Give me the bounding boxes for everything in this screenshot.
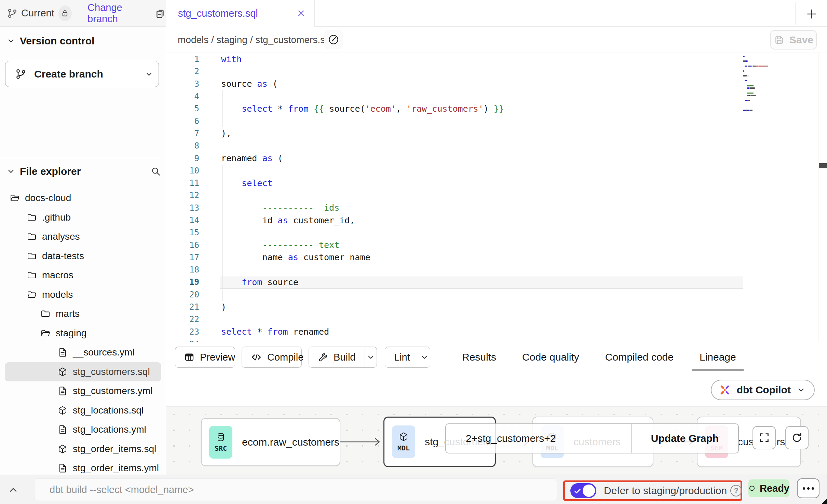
code-text: ) [221, 302, 226, 312]
tab-lineage[interactable]: Lineage [700, 351, 736, 363]
build-dropdown[interactable] [365, 347, 377, 367]
editor-line[interactable]: 11 select [166, 177, 827, 189]
file-tree-label: staging [56, 328, 86, 339]
editor-line[interactable]: 12 [166, 189, 827, 201]
file-tree-item[interactable]: stg_customers.sql [5, 362, 161, 382]
editor-line[interactable]: 9renamed as ( [166, 152, 827, 164]
tab-stg-customers[interactable]: stg_customers.sql [166, 0, 314, 27]
editor-line[interactable]: 19 from source [166, 276, 827, 288]
file-tree-item[interactable]: stg_order_items.sql [0, 439, 166, 459]
build-label: Build [334, 352, 356, 363]
file-tree-label: .github [42, 212, 71, 223]
file-tree-item[interactable]: stg_locations.yml [0, 420, 166, 439]
update-graph-button[interactable]: Update Graph [632, 433, 738, 444]
line-number: 8 [166, 141, 199, 151]
save-label: Save [789, 34, 813, 46]
file-tree-item[interactable]: .github [0, 208, 166, 227]
create-branch-main[interactable]: Create branch [5, 61, 139, 87]
editor-line[interactable]: 23select * from renamed [166, 326, 827, 338]
editor-line[interactable]: 20 [166, 289, 827, 301]
tab-compiled-code[interactable]: Compiled code [605, 351, 674, 363]
git-branch-icon [15, 68, 27, 80]
copy-icon[interactable] [154, 8, 166, 19]
file-tree-item[interactable]: stg_customers.yml [0, 381, 166, 401]
code-text: ), [221, 128, 231, 138]
lineage-selector-input[interactable]: 2+stg_customers+2 [446, 433, 631, 444]
lint-dropdown[interactable] [419, 347, 430, 367]
editor-line[interactable]: 15 [166, 226, 827, 239]
close-icon[interactable] [296, 8, 306, 18]
line-number: 17 [166, 253, 199, 262]
folder-icon [27, 212, 37, 223]
line-number: 24 [166, 339, 199, 342]
editor-minimap[interactable] [743, 55, 816, 111]
dbt-copilot-button[interactable]: dbt Copilot [711, 380, 815, 400]
table-icon [184, 352, 194, 362]
file-explorer-header[interactable]: File explorer [7, 163, 157, 180]
file-tree-item[interactable]: models [0, 285, 166, 305]
refresh-button[interactable] [785, 426, 809, 449]
line-number: 22 [166, 314, 199, 324]
editor-line[interactable]: 14 id as customer_id, [166, 214, 827, 226]
editor-line[interactable]: 1with [166, 53, 827, 65]
create-branch-dropdown[interactable] [139, 61, 159, 87]
gauge-icon[interactable] [324, 30, 343, 49]
lineage-panel[interactable]: SRC ecom.raw_customers MDL stg_customers… [166, 406, 827, 475]
editor-line[interactable]: 6 [166, 115, 827, 127]
editor-line[interactable]: 18 [166, 264, 827, 276]
status-badge[interactable]: Ready [748, 479, 789, 497]
build-main[interactable]: Build [309, 347, 365, 367]
build-button[interactable]: Build [309, 347, 377, 368]
editor-line[interactable]: 24 [166, 338, 827, 342]
file-tree-item[interactable]: __sources.yml [0, 343, 166, 362]
chevron-down-icon [7, 37, 15, 45]
command-input[interactable]: dbt build --select <model_name> [34, 478, 557, 501]
compile-button[interactable]: Compile [242, 347, 302, 368]
lint-button[interactable]: Lint [385, 347, 430, 368]
save-button[interactable]: Save [770, 30, 817, 50]
lineage-selector-bar[interactable]: 2+stg_customers+2 Update Graph [445, 423, 739, 453]
editor-scrollbar[interactable] [819, 163, 827, 168]
editor-line[interactable]: 22 [166, 313, 827, 325]
version-control-header[interactable]: Version control [7, 33, 157, 49]
file-tree-item[interactable]: analyses [0, 227, 166, 247]
editor-line[interactable]: 21) [166, 301, 827, 313]
editor-line[interactable]: 3source as ( [166, 78, 827, 90]
status-circle-icon [748, 483, 756, 493]
file-tree-item[interactable]: data-tests [0, 247, 166, 266]
file-tree-item[interactable]: stg_locations.sql [0, 401, 166, 420]
help-icon[interactable]: ? [730, 485, 742, 496]
more-options-button[interactable] [797, 478, 819, 498]
file-tree-item[interactable]: marts [0, 304, 166, 324]
preview-button[interactable]: Preview [175, 347, 235, 368]
editor-line[interactable]: 2 [166, 65, 827, 78]
file-explorer-title: File explorer [20, 166, 81, 177]
defer-toggle[interactable] [570, 483, 596, 498]
editor-line[interactable]: 8 [166, 140, 827, 152]
collapse-panel-button[interactable] [8, 484, 19, 495]
editor-line[interactable]: 13 ---------- ids [166, 202, 827, 214]
editor-line[interactable]: 17 name as customer_name [166, 251, 827, 264]
editor-line[interactable]: 4 [166, 90, 827, 102]
create-branch-button[interactable]: Create branch [5, 61, 159, 87]
tab-code-quality[interactable]: Code quality [522, 351, 579, 363]
search-icon[interactable] [150, 166, 161, 177]
line-number: 18 [166, 265, 199, 275]
file-tree-item[interactable]: docs-cloud [0, 188, 166, 208]
fullscreen-icon [758, 432, 770, 444]
fullscreen-button[interactable] [753, 426, 776, 449]
new-tab-button[interactable] [804, 6, 819, 22]
change-branch-link[interactable]: Change branch [87, 2, 146, 25]
editor-line[interactable]: 5 select * from {{ source('ecom', 'raw_c… [166, 102, 827, 115]
line-number: 15 [166, 228, 199, 237]
file-tree-item[interactable]: staging [0, 324, 166, 343]
editor-line[interactable]: 7), [166, 127, 827, 140]
editor-line[interactable]: 10 [166, 165, 827, 177]
code-text: ---------- text [221, 240, 339, 250]
tab-title[interactable]: stg_customers.sql [178, 8, 258, 19]
tab-results[interactable]: Results [462, 351, 496, 363]
file-tree-item[interactable]: macros [0, 266, 166, 285]
editor-line[interactable]: 16 ---------- text [166, 239, 827, 251]
lint-main[interactable]: Lint [385, 347, 419, 367]
code-editor[interactable]: 1with23source as (45 select * from {{ so… [166, 53, 827, 342]
